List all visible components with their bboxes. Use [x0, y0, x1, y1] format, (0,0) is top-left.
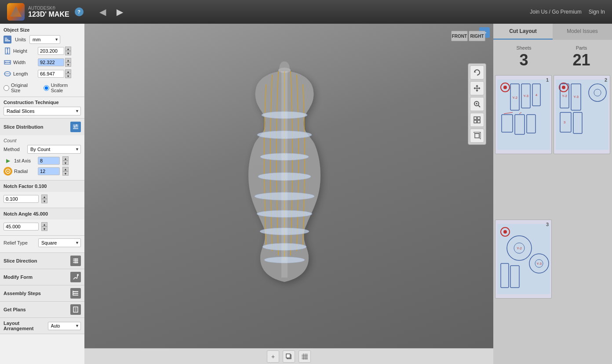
notch-angle-label: Notch Angle 45.000 [4, 211, 48, 216]
width-down[interactable]: ▼ [65, 62, 71, 67]
notch-factor-input[interactable] [4, 195, 39, 203]
grid-button[interactable] [299, 350, 311, 363]
slice-distribution-section: Slice Distribution Count Method By Count… [0, 119, 84, 180]
bottom-toolbar: + [84, 348, 493, 364]
method-select[interactable]: By Count By Distance [27, 145, 81, 154]
width-row: Width ▲ ▼ [4, 58, 81, 67]
uniform-scale-label[interactable]: Uniform Scale [44, 83, 81, 93]
nav-buttons: ◀ ▶ [96, 5, 127, 19]
svg-text:Y-3: Y-3 [523, 94, 528, 98]
length-input[interactable] [38, 70, 64, 78]
notch-factor-label: Notch Factor 0.100 [4, 184, 47, 189]
rotate-tool-button[interactable] [470, 65, 484, 79]
get-plans-section[interactable]: Get Plans [0, 302, 84, 318]
radial-down[interactable]: ▼ [62, 171, 69, 176]
zoom-tool-button[interactable] [470, 97, 484, 111]
length-down[interactable]: ▼ [65, 74, 71, 78]
front-view-button[interactable]: FRONT [451, 31, 468, 41]
method-row: Method By Count By Distance ▼ [4, 145, 81, 154]
add-button[interactable]: + [267, 350, 279, 363]
uniform-scale-radio[interactable] [44, 85, 49, 91]
notch-angle-input[interactable] [4, 223, 39, 231]
svg-point-82 [562, 86, 565, 89]
original-size-radio[interactable] [4, 85, 9, 91]
svg-rect-55 [475, 133, 479, 138]
info-icon[interactable]: ? [75, 7, 84, 16]
svg-text:Y-2: Y-2 [512, 96, 517, 100]
fit-tool-button[interactable] [470, 113, 484, 127]
join-premium-link[interactable]: Join Us / Go Premium [530, 9, 581, 15]
units-dropdown-wrap: mm cm in ▼ [29, 35, 60, 44]
axis-label: 1st Axis [14, 158, 36, 163]
slice-direction-label: Slice Direction [4, 258, 37, 263]
axis-down[interactable]: ▼ [62, 161, 69, 165]
get-plans-icon [70, 304, 81, 315]
svg-rect-4 [5, 38, 7, 39]
axis-icon: ▶ [4, 156, 12, 165]
length-up[interactable]: ▲ [65, 69, 71, 74]
notch-angle-up[interactable]: ▲ [41, 222, 47, 227]
construction-title: Construction Technique [4, 100, 81, 105]
height-row: Height ▲ ▼ [4, 47, 81, 55]
original-size-label[interactable]: Original Size [4, 83, 38, 93]
layout-arrangement-select[interactable]: Auto Manual [48, 322, 81, 330]
notch-factor-header[interactable]: Notch Factor 0.100 [0, 180, 84, 192]
notch-factor-spin: ▲ ▼ [41, 195, 47, 203]
svg-rect-29 [73, 293, 78, 294]
logo-text: AUTODESK® 123D' MAKE [28, 6, 69, 18]
svg-text:Y-2: Y-2 [562, 94, 567, 98]
height-down[interactable]: ▼ [65, 51, 71, 55]
notch-angle-down[interactable]: ▼ [41, 227, 47, 231]
relief-type-select[interactable]: Square Round [38, 238, 81, 247]
height-up[interactable]: ▲ [65, 47, 71, 51]
slice-distribution-label: Slice Distribution [4, 124, 43, 130]
notch-angle-body: ▲ ▼ [0, 220, 84, 235]
height-input[interactable] [38, 47, 64, 55]
assembly-steps-section[interactable]: Assembly Steps [0, 285, 84, 302]
notch-factor-section: Notch Factor 0.100 ▲ ▼ [0, 180, 84, 208]
svg-point-21 [7, 171, 9, 172]
perspective-tool-button[interactable] [470, 129, 484, 143]
object-size-title: Object Size [4, 27, 81, 32]
radial-label: Radial [14, 169, 36, 174]
modify-form-section[interactable]: Modify Form [0, 269, 84, 285]
cut-layout-tab[interactable]: Cut Layout [493, 24, 553, 40]
viewport-bg[interactable]: → FRONT RIGHT [84, 24, 493, 364]
relief-type-label: Relief Type [4, 240, 36, 245]
radial-up[interactable]: ▲ [62, 167, 69, 171]
construction-select[interactable]: Radial Slices Stacked Slices Interlocked… [4, 107, 81, 115]
thumbnail-1[interactable]: 1 [495, 75, 552, 154]
thumbnail-3[interactable]: 3 Y-2 Y-3 [495, 220, 552, 299]
right-view-button[interactable]: RIGHT [469, 31, 485, 41]
slice-direction-section[interactable]: Slice Direction [0, 253, 84, 269]
notch-angle-header[interactable]: Notch Angle 45.000 [0, 208, 84, 220]
copy-button[interactable] [283, 350, 295, 363]
autodesk-label: AUTODESK® [28, 6, 69, 11]
axis-input[interactable] [38, 157, 60, 165]
forward-button[interactable]: ▶ [113, 5, 127, 19]
width-input[interactable] [38, 58, 64, 66]
height-spin: ▲ ▼ [65, 47, 71, 55]
units-select[interactable]: mm cm in [29, 35, 60, 44]
sign-in-link[interactable]: Sign In [589, 9, 605, 15]
pan-tool-button[interactable] [470, 81, 484, 95]
axis-spin: ▲ ▼ [62, 156, 69, 165]
model-issues-tab[interactable]: Model Issues [553, 24, 612, 40]
width-label: Width [13, 60, 36, 65]
thumbnail-2[interactable]: 2 Y-2 [554, 75, 610, 154]
slice-distribution-header[interactable]: Slice Distribution [0, 119, 84, 135]
svg-point-94 [503, 230, 507, 234]
back-button[interactable]: ◀ [96, 5, 109, 19]
radial-input[interactable] [38, 167, 60, 175]
notch-factor-up[interactable]: ▲ [41, 195, 47, 199]
notch-factor-down[interactable]: ▼ [41, 199, 47, 203]
make-label: 123D' MAKE [28, 11, 69, 18]
axis-up[interactable]: ▲ [62, 156, 69, 161]
width-up[interactable]: ▲ [65, 58, 71, 62]
layout-arrangement-section[interactable]: Layout Arrangement Auto Manual ▼ [0, 318, 84, 334]
height-label: Height [13, 48, 36, 54]
parts-label: Parts [554, 45, 608, 50]
parts-value: 21 [554, 52, 608, 68]
thumbnails-grid: 1 [493, 73, 612, 364]
svg-rect-92 [497, 224, 550, 294]
